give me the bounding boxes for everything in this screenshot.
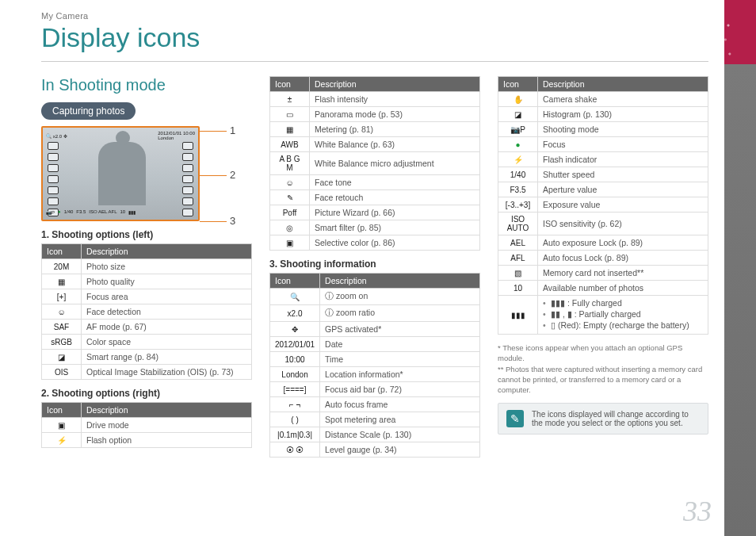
breadcrumb: My Camera bbox=[41, 11, 708, 21]
table-row: ◎Smart filter (p. 85) bbox=[270, 220, 480, 235]
table-row: ●Focus bbox=[498, 137, 708, 152]
icon-cell: ▣ bbox=[270, 235, 310, 251]
table-row: 🔍ⓘ zoom on bbox=[270, 289, 480, 305]
page-accent-bar bbox=[724, 0, 756, 536]
table-row: 10Available number of photos bbox=[498, 281, 708, 296]
battery-icon: ▮▮▮ bbox=[498, 296, 538, 335]
table-row: SAFAF mode (p. 67) bbox=[42, 320, 252, 335]
table-row: sRGBColor space bbox=[42, 335, 252, 350]
callout-1: 1 bbox=[230, 124, 235, 136]
table-row: ☺Face tone bbox=[270, 175, 480, 190]
page-title: Display icons bbox=[41, 22, 708, 62]
icon-cell: ✥ bbox=[270, 322, 320, 337]
table-row: ⚡Flash option bbox=[42, 433, 252, 448]
table-row: ◪Histogram (p. 130) bbox=[498, 107, 708, 122]
icon-cell: ◪ bbox=[498, 107, 538, 122]
callout-2: 2 bbox=[230, 169, 235, 181]
icon-cell: ✎ bbox=[270, 190, 310, 205]
subhead-info: 3. Shooting information bbox=[269, 258, 480, 270]
icon-cell: ( ) bbox=[270, 412, 320, 427]
desc-cell: GPS activated* bbox=[320, 322, 480, 337]
icon-cell: ▧ bbox=[498, 266, 538, 281]
desc-cell: Photo quality bbox=[82, 274, 252, 289]
subhead-right: 2. Shooting options (right) bbox=[41, 388, 252, 399]
desc-cell: Picture Wizard (p. 66) bbox=[310, 205, 480, 220]
table-row: ▣Selective color (p. 86) bbox=[270, 235, 480, 251]
icon-cell: 🔍 bbox=[270, 289, 320, 305]
icon-cell: AWB bbox=[270, 137, 310, 152]
table-row: ▭Panorama mode (p. 53) bbox=[270, 107, 480, 122]
table-shooting-info: IconDescription 🔍ⓘ zoom onx2.0ⓘ zoom rat… bbox=[269, 273, 480, 458]
icon-cell: Poff bbox=[270, 205, 310, 220]
desc-cell: AF mode (p. 67) bbox=[82, 320, 252, 335]
icon-cell: 10 bbox=[498, 281, 538, 296]
icon-cell: x2.0 bbox=[270, 305, 320, 322]
icon-cell: ⚡ bbox=[42, 433, 82, 448]
icon-cell: A B G M bbox=[270, 152, 310, 175]
callout-3: 3 bbox=[230, 215, 235, 227]
desc-cell: Date bbox=[320, 337, 480, 352]
desc-cell: Available number of photos bbox=[538, 281, 708, 296]
icon-cell: London bbox=[270, 367, 320, 382]
icon-cell: OIS bbox=[42, 365, 82, 380]
footnotes: * These icons appear when you attach an … bbox=[498, 343, 708, 395]
desc-cell: Exposure value bbox=[538, 197, 708, 212]
battery-bullet: ▮▮▮ : Fully charged bbox=[543, 298, 703, 308]
desc-cell: Distance Scale (p. 130) bbox=[320, 427, 480, 442]
desc-cell: Photo size bbox=[82, 259, 252, 274]
desc-cell: Smart range (p. 84) bbox=[82, 350, 252, 365]
desc-cell: Auto exposure Lock (p. 89) bbox=[538, 235, 708, 251]
desc-cell: Shooting mode bbox=[538, 122, 708, 137]
desc-cell: Optical Image Stabilization (OIS) (p. 73… bbox=[82, 365, 252, 380]
footnote-1: * These icons appear when you attach an … bbox=[498, 343, 708, 364]
column-1: In Shooting mode Capturing photos 🔍 x2.0… bbox=[41, 76, 252, 458]
icon-cell: [====] bbox=[270, 382, 320, 397]
table-row: 2012/01/01Date bbox=[270, 337, 480, 352]
table-row: [-3..+3]Exposure value bbox=[498, 197, 708, 212]
table-row: 📷PShooting mode bbox=[498, 122, 708, 137]
desc-cell: Auto focus frame bbox=[320, 397, 480, 412]
icon-cell: SAF bbox=[42, 320, 82, 335]
table-col3: IconDescription ✋Camera shake◪Histogram … bbox=[498, 76, 708, 335]
table-row: ◪Smart range (p. 84) bbox=[42, 350, 252, 365]
desc-cell: Focus aid bar (p. 72) bbox=[320, 382, 480, 397]
desc-cell: Color space bbox=[82, 335, 252, 350]
icon-cell: 10:00 bbox=[270, 352, 320, 367]
icon-cell: ISO AUTO bbox=[498, 212, 538, 235]
desc-cell: Aperture value bbox=[538, 182, 708, 197]
icon-cell: ● bbox=[498, 137, 538, 152]
table-row: [+]Focus area bbox=[42, 289, 252, 304]
icon-cell: ▦ bbox=[42, 274, 82, 289]
battery-row: ▮▮▮ ▮▮▮ : Fully charged▮▮ , ▮ : Partiall… bbox=[498, 296, 708, 335]
icon-cell: 2012/01/01 bbox=[270, 337, 320, 352]
table-row: AELAuto exposure Lock (p. 89) bbox=[498, 235, 708, 251]
desc-cell: Location information* bbox=[320, 367, 480, 382]
pencil-icon: ✎ bbox=[506, 410, 524, 427]
icon-cell: ☺ bbox=[270, 175, 310, 190]
desc-cell: Time bbox=[320, 352, 480, 367]
subhead-left: 1. Shooting options (left) bbox=[41, 229, 252, 240]
icon-cell: ✋ bbox=[498, 92, 538, 107]
table-row: LondonLocation information* bbox=[270, 367, 480, 382]
table-row: ⦿ ⦿Level gauge (p. 34) bbox=[270, 442, 480, 458]
icon-cell: 1/40 bbox=[498, 167, 538, 182]
table-row: ( )Spot metering area bbox=[270, 412, 480, 427]
table-row: ISO AUTOISO sensitivity (p. 62) bbox=[498, 212, 708, 235]
table-row: ⌐ ¬Auto focus frame bbox=[270, 397, 480, 412]
table-row: A B G MWhite Balance micro adjustment bbox=[270, 152, 480, 175]
desc-cell: ISO sensitivity (p. 62) bbox=[538, 212, 708, 235]
table-row: ☺Face detection bbox=[42, 304, 252, 320]
icon-cell: ☺ bbox=[42, 304, 82, 320]
desc-cell: ⓘ zoom on bbox=[320, 289, 480, 305]
section-title: In Shooting mode bbox=[41, 76, 252, 94]
table-row: PoffPicture Wizard (p. 66) bbox=[270, 205, 480, 220]
table-row: ▣Drive mode bbox=[42, 418, 252, 433]
table-row: x2.0ⓘ zoom ratio bbox=[270, 305, 480, 322]
icon-cell: 📷P bbox=[498, 122, 538, 137]
desc-cell: Face detection bbox=[82, 304, 252, 320]
table-row: 20MPhoto size bbox=[42, 259, 252, 274]
table-shooting-left: IconDescription 20MPhoto size▦Photo qual… bbox=[41, 243, 252, 380]
footnote-2: ** Photos that were captured without ins… bbox=[498, 364, 708, 396]
desc-cell: Histogram (p. 130) bbox=[538, 107, 708, 122]
table-row: 1/40Shutter speed bbox=[498, 167, 708, 182]
